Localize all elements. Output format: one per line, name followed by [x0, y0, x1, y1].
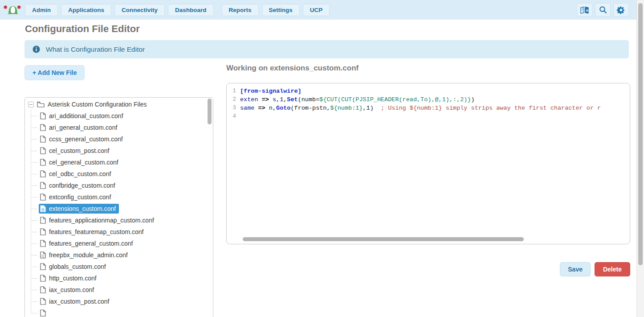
tree-item-chip[interactable]: features_applicationmap_custom.conf: [39, 215, 157, 225]
tree-item-chip[interactable]: globals_custom.conf: [39, 262, 109, 272]
tree-item-label: iax_custom.conf: [49, 286, 94, 293]
tree-item-partial[interactable]: [25, 307, 213, 317]
tree-item-label: ari_additional_custom.conf: [49, 112, 123, 119]
gear-icon[interactable]: [613, 3, 629, 16]
tree-item-label: extensions_custom.conf: [49, 205, 116, 212]
tree-item-chip[interactable]: ari_additional_custom.conf: [39, 111, 126, 121]
page-title: Configuration File Editor: [25, 23, 140, 35]
tree-item-label: freepbx_module_admin.conf: [49, 251, 128, 259]
tree-item-extconfig_custom-conf[interactable]: extconfig_custom.conf: [25, 191, 213, 203]
tree-item-chip[interactable]: cel_odbc_custom.conf: [39, 169, 114, 179]
info-icon: [33, 45, 40, 53]
tree-item-chip[interactable]: iax_custom_post.conf: [39, 296, 112, 306]
line-number: 2: [229, 95, 236, 104]
tree-item-label: globals_custom.conf: [49, 263, 106, 270]
svg-text:✱: ✱: [4, 4, 8, 10]
line-number: 4: [229, 112, 236, 121]
tree-item-chip[interactable]: ccss_general_custom.conf: [39, 134, 126, 144]
tree-item-chip[interactable]: http_custom.conf: [39, 273, 100, 283]
tree-item-iax_custom-conf[interactable]: iax_custom.conf: [25, 284, 213, 296]
tree-item-confbridge_custom-conf[interactable]: confbridge_custom.conf: [25, 180, 213, 191]
tree-item-freepbx_module_admin-conf[interactable]: freepbx_module_admin.conf: [25, 249, 213, 261]
tree-item-chip[interactable]: features_featuremap_custom.conf: [39, 227, 147, 237]
tree-item-chip[interactable]: [39, 308, 52, 317]
file-icon: [40, 124, 46, 131]
tree-item-cel_odbc_custom-conf[interactable]: cel_odbc_custom.conf: [25, 168, 213, 180]
info-alert-text: What is Configuration File Editor: [46, 45, 145, 54]
tree-item-label: ari_general_custom.conf: [49, 124, 117, 131]
info-alert[interactable]: What is Configuration File Editor: [24, 40, 629, 58]
add-new-file-button[interactable]: + Add New File: [24, 65, 85, 80]
line-number-gutter: 1234: [229, 87, 240, 121]
tree-item-chip[interactable]: cel_custom_post.conf: [39, 146, 112, 156]
tree-root-node[interactable]: Asterisk Custom Configuration Files: [25, 99, 213, 110]
code-line: exten => s,1,Set(numb=${CUT(CUT(PJSIP_HE…: [240, 95, 628, 104]
search-icon[interactable]: [595, 3, 611, 16]
nav-item-admin[interactable]: Admin: [25, 4, 58, 16]
tree-item-chip[interactable]: iax_custom.conf: [39, 285, 97, 295]
tree-item-cel_general_custom-conf[interactable]: cel_general_custom.conf: [25, 156, 213, 168]
tree-item-label: features_featuremap_custom.conf: [49, 228, 143, 235]
file-text-icon: [40, 251, 46, 259]
file-tree-panel: Asterisk Custom Configuration Filesari_a…: [24, 97, 213, 317]
file-icon: [40, 193, 46, 201]
nav-item-reports[interactable]: Reports: [222, 4, 259, 16]
file-icon: [40, 228, 46, 235]
file-icon: [40, 147, 46, 154]
file-icon: [40, 286, 46, 293]
save-button[interactable]: Save: [560, 262, 591, 276]
collapse-expander-icon[interactable]: [28, 102, 34, 107]
nav-item-dashboard[interactable]: Dashboard: [168, 4, 214, 16]
tree-vertical-scrollbar[interactable]: [208, 99, 212, 317]
tree-item-iax_custom_post-conf[interactable]: iax_custom_post.conf: [25, 296, 213, 307]
nav-item-ucp[interactable]: UCP: [303, 4, 330, 16]
tree-item-chip[interactable]: ari_general_custom.conf: [39, 123, 120, 132]
file-icon: [40, 263, 46, 270]
tree-item-features_featuremap_custom-conf[interactable]: features_featuremap_custom.conf: [25, 226, 213, 238]
tree-item-label: http_custom.conf: [49, 275, 97, 282]
nav-item-connectivity[interactable]: Connectivity: [114, 4, 165, 16]
tree-item-extensions_custom-conf[interactable]: extensions_custom.conf: [25, 203, 213, 214]
file-icon: [40, 298, 46, 305]
tree-item-label: ccss_general_custom.conf: [49, 136, 123, 143]
file-icon: [40, 182, 46, 189]
code-area[interactable]: 1234 [from-signalwire]exten => s,1,Set(n…: [227, 83, 630, 121]
nav-item-applications[interactable]: Applications: [61, 4, 111, 16]
tree-item-features_general_custom-conf[interactable]: features_general_custom.conf: [25, 238, 213, 249]
tree-item-http_custom-conf[interactable]: http_custom.conf: [25, 272, 213, 284]
freepbx-frog-logo[interactable]: ✱ ✱: [4, 3, 22, 17]
tree-item-chip[interactable]: extensions_custom.conf: [39, 204, 119, 214]
tree-item-ari_additional_custom-conf[interactable]: ari_additional_custom.conf: [25, 110, 213, 122]
language-icon[interactable]: A: [577, 3, 592, 16]
code-editor[interactable]: 1234 [from-signalwire]exten => s,1,Set(n…: [226, 83, 630, 244]
tree-item-chip[interactable]: freepbx_module_admin.conf: [39, 250, 131, 260]
nav-item-settings[interactable]: Settings: [262, 4, 300, 16]
delete-button[interactable]: Delete: [595, 262, 630, 276]
editor-hscrollbar-thumb[interactable]: [243, 237, 524, 241]
tree-item-chip[interactable]: extconfig_custom.conf: [39, 192, 114, 202]
file-tree: Asterisk Custom Configuration Filesari_a…: [25, 98, 213, 317]
code-line: [240, 112, 628, 121]
tree-item-globals_custom-conf[interactable]: globals_custom.conf: [25, 261, 213, 272]
page-scrollbar-thumb[interactable]: [638, 3, 643, 265]
tree-item-cel_custom_post-conf[interactable]: cel_custom_post.conf: [25, 145, 213, 156]
page-vertical-scrollbar[interactable]: [636, 0, 644, 317]
tree-item-label: features_applicationmap_custom.conf: [49, 217, 154, 224]
tree-item-features_applicationmap_custom-conf[interactable]: features_applicationmap_custom.conf: [25, 214, 213, 226]
tree-item-ari_general_custom-conf[interactable]: ari_general_custom.conf: [25, 122, 213, 133]
tree-item-chip[interactable]: cel_general_custom.conf: [39, 157, 122, 167]
tree-item-ccss_general_custom-conf[interactable]: ccss_general_custom.conf: [25, 133, 213, 145]
editor-horizontal-scrollbar[interactable]: [243, 237, 623, 241]
file-icon: [40, 309, 46, 317]
svg-text:✱: ✱: [17, 4, 21, 10]
file-icon: [40, 240, 46, 247]
tree-root-label: Asterisk Custom Configuration Files: [48, 101, 147, 108]
tree-item-label: cel_general_custom.conf: [49, 159, 118, 166]
tree-item-chip[interactable]: confbridge_custom.conf: [39, 181, 118, 190]
file-icon: [40, 159, 46, 166]
code-content[interactable]: [from-signalwire]exten => s,1,Set(numb=$…: [240, 87, 628, 121]
line-number: 3: [229, 104, 236, 112]
editor-action-buttons: Save Delete: [226, 262, 630, 276]
file-icon: [40, 112, 46, 119]
tree-item-chip[interactable]: features_general_custom.conf: [39, 239, 136, 248]
